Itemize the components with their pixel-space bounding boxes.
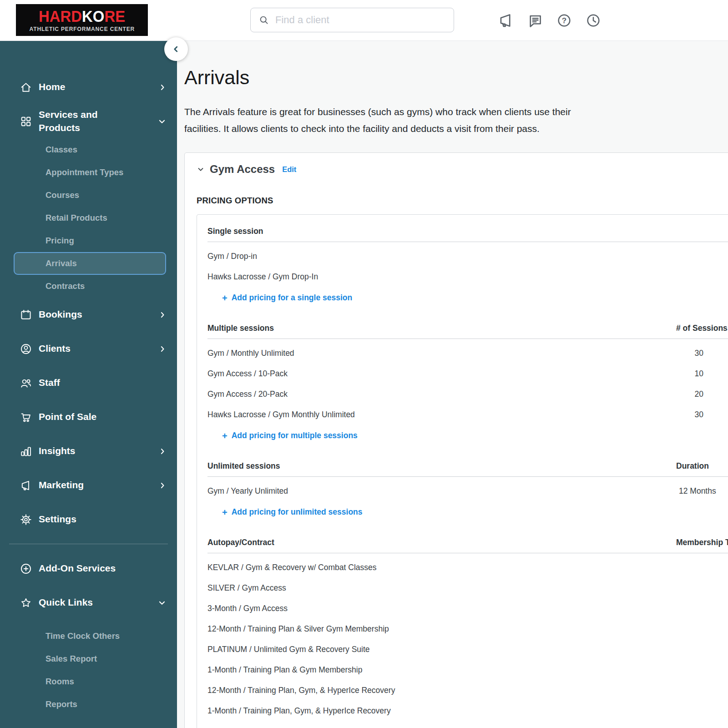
client-search-input[interactable] [275,14,447,26]
pricing-group-header: Single session [207,227,728,242]
add-pricing-label: Add pricing for unlimited sessions [232,507,363,517]
main-content: Arrivals The Arrivals feature is great f… [177,41,728,728]
spacer [0,620,177,625]
sidebar-item-contracts[interactable]: Contracts [0,275,177,298]
chevron-right-icon [158,310,167,319]
pricing-row: Hawks Lacrosse / Gym Drop-In [207,273,728,281]
pricing-row: PLATINUM / Unlimited Gym & Recovery Suit… [207,645,728,654]
sidebar-item-label: Home [39,81,65,93]
pricing-group-header: Unlimited sessions Duration [207,461,728,477]
chevron-down-icon[interactable] [197,165,205,173]
logo-part: KO [82,7,104,25]
sidebar-item-staff[interactable]: Staff [0,366,177,400]
description-line: facilities. It allows clients to check i… [184,120,728,137]
pricing-row-value: 12 Months [679,487,716,495]
pricing-row: 12-Month / Training Plan & Silver Gym Me… [207,625,728,633]
pricing-row-label: KEVLAR / Gym & Recovery w/ Combat Classe… [207,563,377,572]
pricing-row-label: 12-Month / Training Plan, Gym, & HyperIc… [207,686,395,695]
section-title[interactable]: Gym Access [210,163,275,176]
sidebar-item-insights[interactable]: Insights [0,434,177,468]
pricing-row-label: Hawks Lacrosse / Gym Drop-In [207,272,318,281]
pricing-row: 1-Month / Training Plan, Gym, & HyperIce… [207,707,728,715]
sidebar-divider [9,544,168,544]
sidebar-item-bookings[interactable]: Bookings [0,298,177,332]
pricing-row-label: Gym / Yearly Unlimited [207,486,288,495]
sidebar-item-point-of-sale[interactable]: Point of Sale [0,400,177,434]
pricing-group-header: Multiple sessions # of Sessions [207,324,728,339]
add-pricing-label: Add pricing for multiple sessions [232,431,358,440]
sidebar-item-label: Insights [39,445,76,457]
add-pricing-multiple-sessions-link[interactable]: + Add pricing for multiple sessions [222,431,728,440]
sidebar-item-label: Staff [39,376,60,389]
sidebar-item-settings[interactable]: Settings [0,502,177,536]
pricing-row: 1-Month / Training Plan & Gym Membership [207,666,728,674]
pricing-group-unlimited-sessions: Unlimited sessions Duration Gym / Yearly… [207,461,728,517]
client-search[interactable] [250,8,454,32]
pricing-row-label: Gym Access / 20-Pack [207,389,288,399]
pricing-row-label: PLATINUM / Unlimited Gym & Recovery Suit… [207,645,370,654]
sidebar-item-label: Settings [39,513,76,526]
sidebar-item-retail-products[interactable]: Retail Products [0,207,177,229]
logo-part: HARD [39,7,82,25]
pricing-group-multiple-sessions: Multiple sessions # of Sessions Gym / Mo… [207,324,728,440]
help-icon[interactable]: ? [556,12,573,29]
sidebar-item-clients[interactable]: Clients [0,332,177,366]
sidebar-collapse-button[interactable] [164,37,188,61]
pricing-row-label: 1-Month / Training Plan, Gym, & HyperIce… [207,706,391,715]
sidebar-item-arrivals[interactable]: Arrivals [14,252,166,275]
sidebar-item-services-and-products[interactable]: Services and Products [0,104,177,138]
pricing-row-value: 30 [676,410,703,419]
sidebar-item-courses[interactable]: Courses [0,184,177,207]
pricing-group-title: Autopay/Contract [207,538,274,547]
chevron-down-icon [157,116,167,126]
pricing-row-label: SILVER / Gym Access [207,583,286,592]
sidebar-item-appointment-types[interactable]: Appointment Types [0,161,177,184]
sidebar-item-classes[interactable]: Classes [0,138,177,161]
search-icon [258,14,270,26]
sidebar-item-marketing[interactable]: Marketing [0,468,177,502]
chevron-right-icon [158,344,167,354]
sidebar-item-rooms[interactable]: Rooms [0,670,177,693]
plus-icon: + [222,508,228,517]
home-icon [19,81,33,94]
chat-icon[interactable] [526,12,544,29]
sidebar-item-add-on-services[interactable]: Add-On Services [0,551,177,586]
pricing-row: Gym / Drop-in [207,252,728,261]
sidebar-item-reports[interactable]: Reports [0,693,177,716]
sidebar: Home Services and Products Classes Appoi… [0,41,177,728]
column-header-duration: Duration [676,461,709,471]
sidebar-item-time-clock-others[interactable]: Time Clock Others [0,625,177,647]
edit-link[interactable]: Edit [282,165,296,174]
pricing-row-label: 3-Month / Gym Access [207,604,288,613]
pricing-row: Gym Access / 10-Pack 10 [207,369,728,378]
sidebar-item-quick-links[interactable]: Quick Links [0,586,177,620]
sidebar-item-pricing[interactable]: Pricing [0,229,177,252]
description-line: The Arrivals feature is great for busine… [184,103,728,120]
pricing-row: 12-Month / Training Plan, Gym, & HyperIc… [207,686,728,695]
logo[interactable]: HARDKORE ATHLETIC PERFORMANCE CENTER [16,4,148,36]
pricing-row-value: 10 [676,369,703,378]
sidebar-item-label: Marketing [39,479,84,491]
plus-icon: + [222,431,228,440]
add-pricing-unlimited-sessions-link[interactable]: + Add pricing for unlimited sessions [222,507,728,517]
page-description: The Arrivals feature is great for busine… [184,103,728,137]
clock-icon[interactable] [585,12,602,29]
gear-icon [19,513,33,526]
chevron-right-icon [158,481,167,490]
star-icon [19,597,33,609]
logo-part: RE [104,7,125,25]
sidebar-item-label: Quick Links [39,596,93,609]
add-pricing-single-session-link[interactable]: + Add pricing for a single session [222,293,728,303]
column-header-sessions: # of Sessions [676,324,728,333]
chevron-right-icon [158,83,167,92]
clients-icon [19,343,33,355]
pricing-row-label: 1-Month / Training Plan & Gym Membership [207,665,362,674]
calendar-icon [19,308,33,321]
pricing-row-label: 12-Month / Training Plan & Silver Gym Me… [207,624,389,633]
megaphone-icon[interactable] [497,12,515,29]
sidebar-item-sales-report[interactable]: Sales Report [0,647,177,670]
pricing-row-label: Gym / Monthly Unlimited [207,349,294,358]
sidebar-item-home[interactable]: Home [0,70,177,104]
page-title: Arrivals [184,66,728,89]
pricing-options-label: PRICING OPTIONS [197,196,728,206]
